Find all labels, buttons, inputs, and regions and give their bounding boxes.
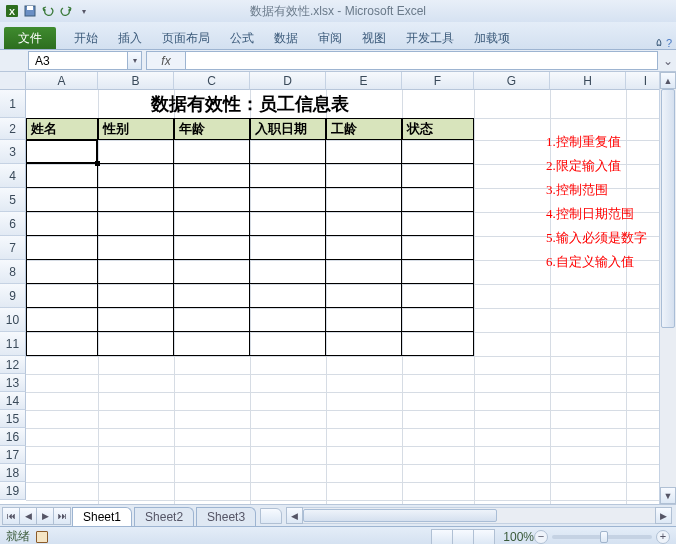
ribbon-tab-1[interactable]: 插入 <box>108 27 152 49</box>
table-cell[interactable] <box>250 284 326 308</box>
table-cell[interactable] <box>250 188 326 212</box>
row-header-7[interactable]: 7 <box>0 236 26 260</box>
vertical-scrollbar[interactable]: ▲ ▼ <box>659 90 676 504</box>
table-cell[interactable] <box>98 212 174 236</box>
row-header-9[interactable]: 9 <box>0 284 26 308</box>
table-cell[interactable] <box>174 164 250 188</box>
file-tab[interactable]: 文件 <box>4 27 56 49</box>
zoom-in-button[interactable]: + <box>656 530 670 544</box>
ribbon-tab-4[interactable]: 数据 <box>264 27 308 49</box>
row-header-4[interactable]: 4 <box>0 164 26 188</box>
table-cell[interactable] <box>26 164 98 188</box>
table-cell[interactable] <box>402 188 474 212</box>
table-cell[interactable] <box>98 236 174 260</box>
row-header-8[interactable]: 8 <box>0 260 26 284</box>
sheet-tab-Sheet1[interactable]: Sheet1 <box>72 507 132 526</box>
column-header-G[interactable]: G <box>474 72 550 90</box>
ribbon-tab-7[interactable]: 开发工具 <box>396 27 464 49</box>
table-cell[interactable] <box>174 188 250 212</box>
scroll-left-icon[interactable]: ◀ <box>286 507 303 524</box>
column-header-A[interactable]: A <box>26 72 98 90</box>
table-cell[interactable] <box>98 188 174 212</box>
table-cell[interactable] <box>326 332 402 356</box>
ribbon-tab-5[interactable]: 审阅 <box>308 27 352 49</box>
row-header-3[interactable]: 3 <box>0 140 26 164</box>
row-header-2[interactable]: 2 <box>0 118 26 140</box>
sheet-tab-Sheet2[interactable]: Sheet2 <box>134 507 194 526</box>
table-cell[interactable] <box>250 308 326 332</box>
tab-nav-next-icon[interactable]: ▶ <box>36 507 54 525</box>
table-cell[interactable] <box>174 236 250 260</box>
table-cell[interactable] <box>326 212 402 236</box>
fill-handle[interactable] <box>95 161 100 166</box>
table-cell[interactable] <box>402 236 474 260</box>
table-cell[interactable] <box>326 188 402 212</box>
row-header-11[interactable]: 11 <box>0 332 26 356</box>
new-sheet-icon[interactable] <box>260 508 282 524</box>
page-break-view-button[interactable] <box>473 529 495 545</box>
help-icon[interactable]: ? <box>666 37 672 49</box>
redo-icon[interactable] <box>58 3 74 19</box>
row-header-12[interactable]: 12 <box>0 356 26 374</box>
row-header-17[interactable]: 17 <box>0 446 26 464</box>
table-cell[interactable] <box>250 212 326 236</box>
ribbon-tab-6[interactable]: 视图 <box>352 27 396 49</box>
ribbon-tab-0[interactable]: 开始 <box>64 27 108 49</box>
formula-input[interactable] <box>186 51 658 70</box>
row-header-15[interactable]: 15 <box>0 410 26 428</box>
table-cell[interactable] <box>26 212 98 236</box>
undo-icon[interactable] <box>40 3 56 19</box>
table-cell[interactable] <box>402 140 474 164</box>
scroll-right-icon[interactable]: ▶ <box>655 507 672 524</box>
save-icon[interactable] <box>22 3 38 19</box>
name-box[interactable]: A3 <box>28 51 128 70</box>
table-cell[interactable] <box>326 140 402 164</box>
tab-nav-last-icon[interactable]: ⏭ <box>53 507 71 525</box>
fx-label[interactable]: fx <box>146 51 186 70</box>
column-header-E[interactable]: E <box>326 72 402 90</box>
macro-record-icon[interactable] <box>36 531 48 543</box>
table-cell[interactable] <box>174 332 250 356</box>
row-header-18[interactable]: 18 <box>0 464 26 482</box>
column-header-C[interactable]: C <box>174 72 250 90</box>
table-cell[interactable] <box>250 164 326 188</box>
table-cell[interactable] <box>26 260 98 284</box>
table-cell[interactable] <box>250 260 326 284</box>
row-header-10[interactable]: 10 <box>0 308 26 332</box>
table-cell[interactable] <box>402 284 474 308</box>
row-header-16[interactable]: 16 <box>0 428 26 446</box>
tab-nav-prev-icon[interactable]: ◀ <box>19 507 37 525</box>
table-cell[interactable] <box>26 332 98 356</box>
zoom-out-button[interactable]: − <box>534 530 548 544</box>
table-cell[interactable] <box>174 284 250 308</box>
tab-nav-first-icon[interactable]: ⏮ <box>2 507 20 525</box>
table-cell[interactable] <box>326 284 402 308</box>
ribbon-minimize-icon[interactable]: ۵ <box>656 36 662 49</box>
column-header-D[interactable]: D <box>250 72 326 90</box>
table-cell[interactable] <box>402 332 474 356</box>
horizontal-scrollbar[interactable]: ◀ ▶ <box>286 507 672 524</box>
hscroll-thumb[interactable] <box>303 509 497 522</box>
table-cell[interactable] <box>402 308 474 332</box>
ribbon-tab-3[interactable]: 公式 <box>220 27 264 49</box>
cells-grid[interactable]: 数据有效性：员工信息表姓名性别年龄入职日期工龄状态1.控制重复值2.限定输入值3… <box>26 90 676 504</box>
table-cell[interactable] <box>326 236 402 260</box>
zoom-slider[interactable] <box>552 535 652 539</box>
page-layout-view-button[interactable] <box>452 529 474 545</box>
table-cell[interactable] <box>98 284 174 308</box>
column-header-H[interactable]: H <box>550 72 626 90</box>
table-cell[interactable] <box>98 164 174 188</box>
table-cell[interactable] <box>26 284 98 308</box>
name-box-dropdown[interactable]: ▾ <box>128 51 142 70</box>
row-header-6[interactable]: 6 <box>0 212 26 236</box>
table-cell[interactable] <box>250 140 326 164</box>
sheet-tab-Sheet3[interactable]: Sheet3 <box>196 507 256 526</box>
table-cell[interactable] <box>402 260 474 284</box>
table-cell[interactable] <box>250 236 326 260</box>
table-cell[interactable] <box>174 308 250 332</box>
zoom-level[interactable]: 100% <box>503 530 534 544</box>
table-cell[interactable] <box>174 260 250 284</box>
table-cell[interactable] <box>98 308 174 332</box>
row-header-19[interactable]: 19 <box>0 482 26 500</box>
row-header-13[interactable]: 13 <box>0 374 26 392</box>
